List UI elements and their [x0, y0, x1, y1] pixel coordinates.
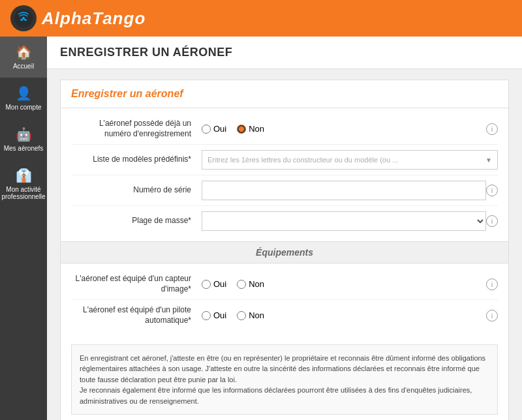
sidebar-item-label-pro: Mon activité professionnelle — [1, 186, 45, 200]
sidebar-item-label-accueil: Accueil — [13, 63, 34, 70]
pilote-control: Oui Non — [202, 310, 486, 320]
serie-input[interactable] — [202, 181, 486, 200]
pilote-row: L'aéronef est équipé d'un pilote automat… — [71, 300, 498, 331]
pilote-radio-group: Oui Non — [202, 310, 264, 320]
numero-non-radio[interactable] — [237, 125, 246, 134]
numero-row: L'aéronef possède déjà un numéro d'enreg… — [71, 113, 498, 145]
modeles-label: Liste de modèles prédéfinis* — [71, 155, 202, 165]
capteur-label: L'aéronef est équipé d'un capteur d'imag… — [71, 274, 202, 294]
plage-control — [202, 211, 486, 231]
main-layout: 🏠 Accueil 👤 Mon compte 🤖 Mes aéronefs 👔 … — [0, 37, 522, 420]
equipements-separator: Équipements — [61, 241, 508, 263]
numero-oui-option[interactable]: Oui — [202, 124, 226, 134]
sidebar: 🏠 Accueil 👤 Mon compte 🤖 Mes aéronefs 👔 … — [0, 37, 47, 420]
capteur-radio-group: Oui Non — [202, 279, 264, 289]
capteur-row: L'aéronef est équipé d'un capteur d'imag… — [71, 269, 498, 300]
numero-label: L'aéronef possède déjà un numéro d'enreg… — [71, 119, 202, 139]
user-icon: 👤 — [16, 85, 32, 101]
numero-non-label: Non — [249, 124, 264, 134]
plage-row: Plage de masse* i — [71, 206, 498, 236]
sidebar-item-label-compte: Mon compte — [5, 104, 41, 111]
form-container: Enregistrer un aéronef L'aéronef possède… — [47, 69, 522, 420]
modeles-row: Liste de modèles prédéfinis* Entrez les … — [71, 145, 498, 175]
capteur-non-radio[interactable] — [237, 280, 246, 289]
modeles-placeholder: Entrez les 1ères lettres du constructeur… — [207, 156, 398, 164]
sidebar-item-accueil[interactable]: 🏠 Accueil — [0, 37, 47, 78]
serie-row: Numéro de série i — [71, 175, 498, 206]
numero-oui-radio[interactable] — [202, 125, 211, 134]
logo-icon — [10, 5, 37, 31]
modeles-dropdown-wrapper: Entrez les 1ères lettres du constructeur… — [202, 150, 498, 170]
modeles-dropdown[interactable]: Entrez les 1ères lettres du constructeur… — [202, 150, 498, 170]
numero-radio-group: Oui Non — [202, 124, 264, 134]
pilote-oui-radio[interactable] — [202, 311, 211, 320]
plage-label: Plage de masse* — [71, 216, 202, 226]
drone-icon: 🤖 — [16, 127, 32, 142]
home-icon: 🏠 — [16, 44, 32, 60]
pilote-label: L'aéronef est équipé d'un pilote automat… — [71, 305, 202, 325]
legal-text-content: En enregistrant cet aéronef, j'atteste e… — [80, 353, 489, 407]
pro-icon: 👔 — [16, 168, 32, 183]
numero-oui-label: Oui — [213, 124, 226, 134]
legal-text-block: En enregistrant cet aéronef, j'atteste e… — [71, 344, 498, 415]
capteur-oui-radio[interactable] — [202, 280, 211, 289]
sidebar-item-label-aeronefs: Mes aéronefs — [4, 145, 44, 152]
form-body: L'aéronef possède déjà un numéro d'enreg… — [61, 108, 508, 241]
pilote-oui-option[interactable]: Oui — [202, 310, 226, 320]
dropdown-arrow-icon: ▼ — [485, 157, 492, 164]
page-title-bar: ENREGISTRER UN AÉRONEF — [47, 37, 522, 69]
content-area: ENREGISTRER UN AÉRONEF Enregistrer un aé… — [47, 37, 522, 420]
equipements-body: L'aéronef est équipé d'un capteur d'imag… — [61, 263, 508, 336]
form-card: Enregistrer un aéronef L'aéronef possède… — [60, 80, 509, 420]
form-section-title: Enregistrer un aéronef — [61, 80, 508, 108]
logo-text: AlphaTango — [42, 8, 146, 29]
numero-control: Oui Non — [202, 124, 486, 134]
capteur-control: Oui Non — [202, 279, 486, 289]
serie-label: Numéro de série — [71, 185, 202, 196]
numero-info-icon[interactable]: i — [486, 123, 498, 135]
plage-info-icon[interactable]: i — [486, 215, 498, 227]
page-title: ENREGISTRER UN AÉRONEF — [60, 46, 509, 59]
svg-rect-2 — [20, 19, 23, 21]
pilote-non-label: Non — [249, 310, 264, 320]
modeles-control: Entrez les 1ères lettres du constructeur… — [202, 150, 498, 170]
sidebar-item-activite-pro[interactable]: 👔 Mon activité professionnelle — [0, 160, 47, 208]
equipements-title: Équipements — [256, 247, 313, 258]
capteur-info-icon[interactable]: i — [486, 278, 498, 290]
numero-non-option[interactable]: Non — [237, 124, 264, 134]
plage-select[interactable] — [202, 211, 486, 231]
capteur-oui-label: Oui — [213, 279, 226, 289]
capteur-non-option[interactable]: Non — [237, 279, 264, 289]
serie-control — [202, 181, 486, 200]
header: AlphaTango — [0, 0, 522, 37]
pilote-non-radio[interactable] — [237, 311, 246, 320]
svg-rect-3 — [24, 19, 27, 21]
pilote-oui-label: Oui — [213, 310, 226, 320]
pilote-info-icon[interactable]: i — [486, 310, 498, 322]
sidebar-item-mes-aeronefs[interactable]: 🤖 Mes aéronefs — [0, 119, 47, 160]
logo: AlphaTango — [10, 5, 146, 31]
pilote-non-option[interactable]: Non — [237, 310, 264, 320]
capteur-oui-option[interactable]: Oui — [202, 279, 226, 289]
serie-info-icon[interactable]: i — [486, 185, 498, 196]
sidebar-item-mon-compte[interactable]: 👤 Mon compte — [0, 78, 47, 119]
capteur-non-label: Non — [249, 279, 264, 289]
